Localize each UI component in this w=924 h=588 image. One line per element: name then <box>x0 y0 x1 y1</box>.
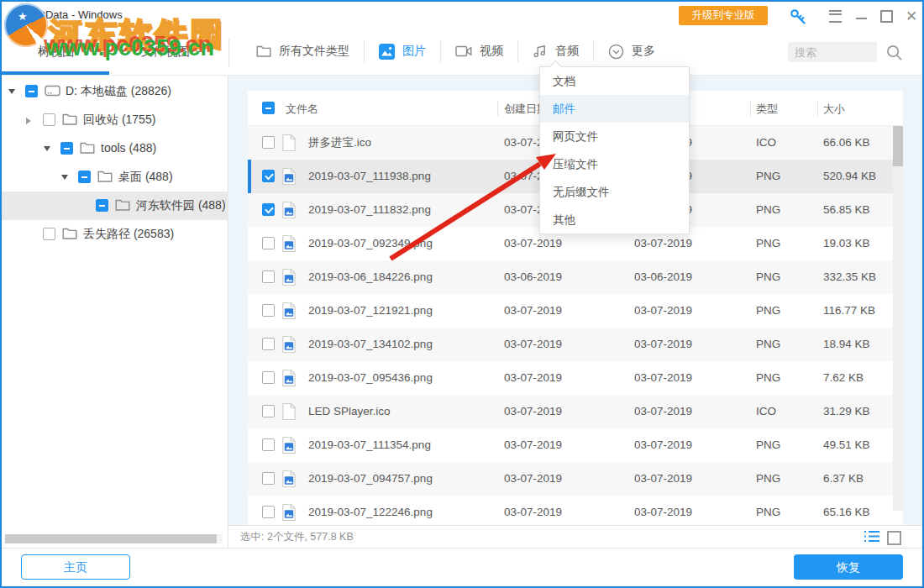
filter-item-image[interactable]: 图片 <box>365 44 440 60</box>
header-separator <box>817 101 818 116</box>
folder-icon <box>115 198 130 215</box>
cell-type: PNG <box>756 160 780 193</box>
tree-checkbox[interactable] <box>25 85 38 97</box>
menu-item[interactable]: 网页文件 <box>540 123 689 150</box>
row-checkbox[interactable] <box>262 506 275 518</box>
recover-button[interactable]: 恢复 <box>794 554 903 580</box>
table-vertical-scrollbar-thumb[interactable] <box>893 126 903 166</box>
filter-item-video[interactable]: 视频 <box>441 44 517 59</box>
row-checkbox[interactable] <box>262 203 275 216</box>
thumbnail-view-icon[interactable] <box>887 531 901 545</box>
upgrade-pro-button[interactable]: 升级到专业版 <box>679 6 768 25</box>
table-row[interactable]: 2019-03-07_094757.png03-07-201903-07-201… <box>248 462 903 496</box>
tree-item[interactable]: 回收站 (1755) <box>2 106 228 134</box>
maximize-button[interactable] <box>876 6 896 26</box>
row-checkbox[interactable] <box>262 472 275 485</box>
tree-checkbox[interactable] <box>78 171 91 183</box>
audio-icon <box>533 44 548 59</box>
cell-created-date: 03-07-2019 <box>504 395 562 428</box>
expand-arrow-down-icon[interactable] <box>8 89 15 94</box>
select-all-checkbox[interactable] <box>262 102 275 114</box>
list-view-icon[interactable] <box>864 529 880 544</box>
filter-item-audio[interactable]: 音频 <box>518 44 593 59</box>
drive-icon <box>45 84 60 101</box>
cell-modified-date: 03-07-2019 <box>634 328 692 361</box>
expand-arrow-right-icon[interactable] <box>26 118 31 124</box>
tree-item-label: 河东软件园 (488) <box>136 198 226 213</box>
app-window: UltData - Windows 升级到专业版 ✕ 树视图 文件视图 所有文件… <box>0 0 924 588</box>
tree-checkbox[interactable] <box>43 113 55 126</box>
tree-checkbox[interactable] <box>96 199 108 212</box>
image-file-icon <box>281 503 297 525</box>
cell-size: 49.51 KB <box>823 428 870 462</box>
file-icon <box>281 134 297 155</box>
table-row[interactable]: 2019-03-07_095436.png03-07-201903-07-201… <box>248 361 903 395</box>
row-checkbox[interactable] <box>262 371 275 384</box>
expand-arrow-down-icon[interactable] <box>44 146 50 151</box>
sidebar-horizontal-scrollbar-thumb[interactable] <box>5 534 217 543</box>
table-row[interactable]: 2019-03-06_184226.png03-06-201903-06-201… <box>248 260 903 294</box>
row-checkbox[interactable] <box>262 304 275 317</box>
tree-checkbox[interactable] <box>60 142 73 155</box>
cell-size: 7.62 KB <box>823 361 864 395</box>
cell-type: PNG <box>756 294 780 328</box>
tree-item[interactable]: 河东软件园 (488) <box>2 192 228 220</box>
tab-tree-view[interactable]: 树视图 <box>38 30 75 72</box>
row-checkbox[interactable] <box>262 338 275 350</box>
table-row[interactable]: 2019-03-07_111354.png03-07-201903-07-201… <box>248 428 903 462</box>
tree-item[interactable]: 桌面 (488) <box>2 163 228 192</box>
cell-created-date: 03-07-2019 <box>504 462 562 496</box>
menu-item[interactable]: 邮件 <box>540 95 689 123</box>
sidebar-horizontal-scrollbar-track[interactable] <box>4 534 223 543</box>
cell-size: 19.03 KB <box>823 227 870 260</box>
tree-item[interactable]: 丢失路径 (26583) <box>2 220 228 249</box>
menu-item[interactable]: 其他 <box>540 206 689 234</box>
row-checkbox[interactable] <box>262 405 275 417</box>
cell-filename: 2019-03-07_134102.png <box>308 328 433 361</box>
cell-filename: LED SPlayer.ico <box>308 395 391 428</box>
tree-item-label: tools (488) <box>101 141 156 155</box>
col-header-type[interactable]: 类型 <box>756 102 778 117</box>
file-icon <box>281 402 297 424</box>
image-file-icon <box>281 234 297 256</box>
tab-file-view[interactable]: 文件视图 <box>141 30 190 72</box>
menu-item[interactable]: 无后缀文件 <box>540 178 689 206</box>
cell-filename: 2019-03-07_111354.png <box>308 428 431 462</box>
close-button[interactable]: ✕ <box>901 6 921 26</box>
search-box[interactable] <box>788 42 877 62</box>
tree-checkbox[interactable] <box>43 228 55 240</box>
minimize-button[interactable] <box>851 6 871 26</box>
cell-type: PNG <box>756 227 780 260</box>
row-checkbox[interactable] <box>262 237 275 249</box>
table-row[interactable]: LED SPlayer.ico03-07-201903-07-2019ICO31… <box>248 395 903 428</box>
search-input[interactable] <box>788 42 877 62</box>
filter-label: 音频 <box>555 44 579 59</box>
table-row[interactable]: 2019-03-07_122246.png03-07-201903-07-201… <box>248 496 903 525</box>
cell-filename: 2019-03-07_095436.png <box>308 361 433 395</box>
filter-label: 更多 <box>632 44 655 59</box>
search-icon[interactable] <box>884 42 904 62</box>
home-button[interactable]: 主页 <box>21 554 130 580</box>
tree-item[interactable]: tools (488) <box>2 134 228 163</box>
menu-item[interactable]: 文档 <box>540 67 689 95</box>
cell-modified-date: 03-07-2019 <box>634 462 692 496</box>
row-checkbox[interactable] <box>262 170 275 182</box>
more-filter-dropdown: 文档邮件网页文件压缩文件无后缀文件其他 <box>539 66 690 234</box>
row-checkbox[interactable] <box>262 270 275 283</box>
table-vertical-scrollbar-track[interactable] <box>893 126 903 511</box>
col-header-name[interactable]: 文件名 <box>286 102 318 117</box>
filter-item-folder[interactable]: 所有文件类型 <box>242 44 364 59</box>
table-row[interactable]: 2019-03-07_134102.png03-07-201903-07-201… <box>248 328 903 361</box>
col-header-size[interactable]: 大小 <box>823 102 845 117</box>
row-checkbox[interactable] <box>262 136 275 149</box>
footer-bar: 主页 恢复 <box>0 548 924 586</box>
register-key-icon[interactable] <box>788 6 808 26</box>
tree-item[interactable]: D: 本地磁盘 (28826) <box>2 77 228 106</box>
menu-item[interactable]: 压缩文件 <box>540 150 689 178</box>
table-row[interactable]: 2019-03-07_121921.png03-07-201903-07-201… <box>248 294 903 328</box>
row-checkbox[interactable] <box>262 438 275 451</box>
hamburger-menu-icon[interactable] <box>825 6 845 26</box>
filter-item-more[interactable]: 更多 <box>594 44 669 60</box>
folder-icon <box>62 113 77 129</box>
expand-arrow-down-icon[interactable] <box>61 175 68 180</box>
